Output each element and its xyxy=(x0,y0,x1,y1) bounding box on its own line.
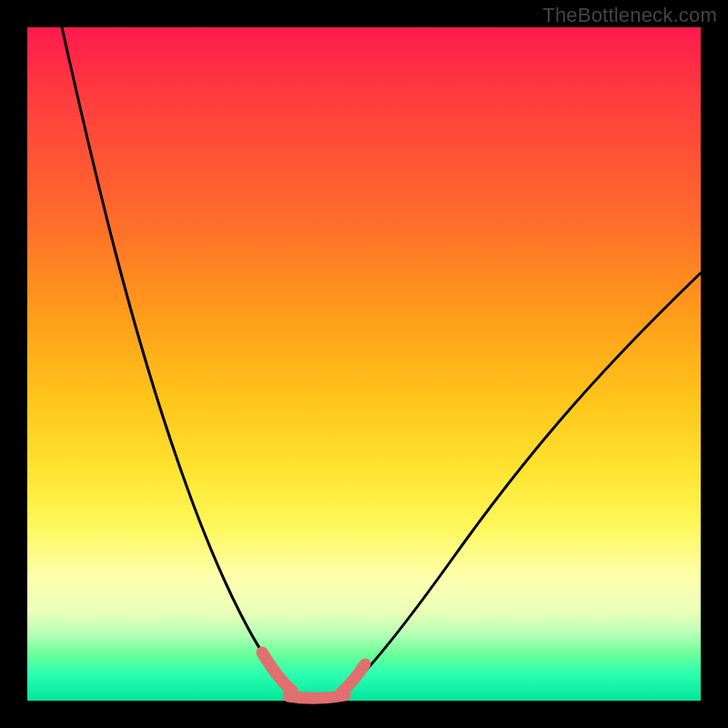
curve-left-arm xyxy=(62,27,293,691)
highlight-segments xyxy=(262,652,365,698)
highlight-left-knee xyxy=(262,652,292,691)
plot-area xyxy=(27,27,701,701)
curve-right-arm xyxy=(344,273,701,693)
highlight-right-knee xyxy=(341,664,365,693)
chart-svg xyxy=(27,27,701,701)
watermark-text: TheBottleneck.com xyxy=(542,4,717,27)
bottleneck-curve xyxy=(62,27,701,697)
outer-frame: TheBottleneck.com xyxy=(0,0,728,728)
